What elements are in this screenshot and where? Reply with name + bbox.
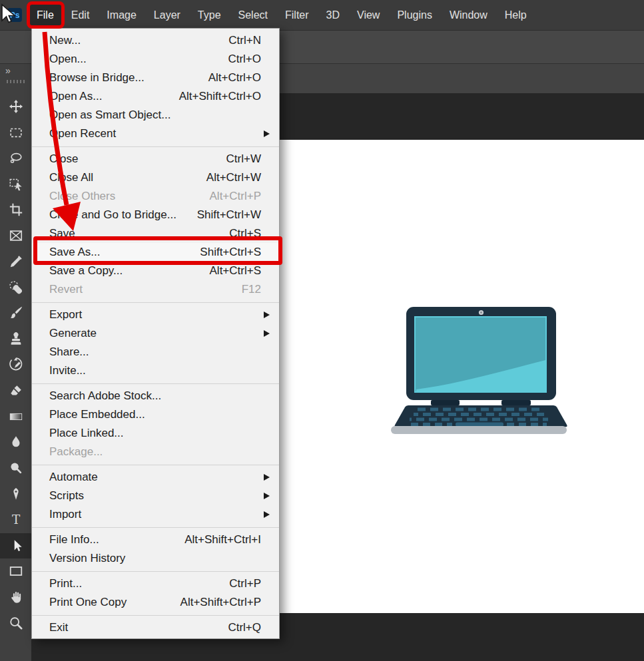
menubar-item-type[interactable]: Type (189, 5, 230, 26)
panel-drag-dots (7, 80, 25, 83)
menubar-item-file[interactable]: File (28, 5, 63, 26)
file-menu-item-generate[interactable]: Generate (32, 324, 279, 343)
tool-brush[interactable] (0, 300, 31, 326)
file-menu-item-open-as[interactable]: Open As...Alt+Shift+Ctrl+O (32, 87, 279, 106)
menubar-item-image[interactable]: Image (98, 5, 145, 26)
menubar-item-plugins[interactable]: Plugins (388, 5, 440, 26)
svg-text:T: T (11, 513, 20, 527)
menu-separator (32, 302, 279, 303)
blur-drop-icon (9, 435, 23, 449)
file-menu-item-browse-in-bridge[interactable]: Browse in Bridge...Alt+Ctrl+O (32, 69, 279, 87)
object-selection-icon (9, 176, 23, 191)
file-menu-item-scripts[interactable]: Scripts (32, 487, 279, 505)
file-menu-item-exit[interactable]: ExitCtrl+Q (32, 618, 279, 637)
file-menu-item-import[interactable]: Import (32, 505, 279, 524)
tool-clone-stamp[interactable] (0, 326, 31, 351)
file-menu-item-revert: RevertF12 (32, 280, 279, 299)
tools-panel: » T ••• (0, 64, 31, 661)
file-menu-item-invite[interactable]: Invite... (32, 361, 279, 380)
tool-blur[interactable] (0, 429, 31, 455)
submenu-arrow-icon (264, 493, 270, 499)
file-menu-item-version-history[interactable]: Version History (32, 549, 279, 568)
menubar-item-select[interactable]: Select (230, 5, 276, 26)
menubar-item-layer[interactable]: Layer (145, 5, 189, 26)
file-menu-item-export[interactable]: Export (32, 306, 279, 324)
file-menu-item-place-linked[interactable]: Place Linked... (32, 424, 279, 443)
tool-move[interactable] (0, 94, 31, 119)
gradient-icon (9, 409, 23, 424)
submenu-arrow-icon (264, 312, 270, 318)
tool-eraser[interactable] (0, 378, 31, 403)
submenu-arrow-icon (264, 130, 270, 137)
menu-separator (32, 146, 279, 147)
file-menu-item-open[interactable]: Open...Ctrl+O (32, 50, 279, 69)
file-menu-item-search-adobe-stock[interactable]: Search Adobe Stock... (32, 387, 279, 405)
tool-frame[interactable] (0, 223, 31, 248)
file-menu-item-print-one-copy[interactable]: Print One CopyAlt+Shift+Ctrl+P (32, 593, 279, 612)
tool-dodge[interactable] (0, 455, 31, 481)
move-icon (9, 99, 23, 114)
hand-icon (9, 590, 23, 604)
menu-separator (32, 465, 279, 465)
file-menu-item-close-and-go-to-bridge[interactable]: Close and Go to Bridge...Shift+Ctrl+W (32, 206, 279, 224)
menu-separator (32, 527, 279, 528)
photoshop-app: { "menubar": { "logo_text": "Ps", "items… (0, 0, 644, 661)
eyedropper-icon (9, 254, 23, 269)
tool-crop[interactable] (0, 197, 31, 222)
tool-eyedropper[interactable] (0, 249, 31, 274)
collapse-panel-button[interactable]: » (0, 65, 31, 77)
file-menu-item-print[interactable]: Print...Ctrl+P (32, 574, 279, 593)
eraser-icon (9, 383, 23, 398)
menu-separator (32, 615, 279, 616)
tool-path-selection[interactable] (0, 533, 31, 558)
file-menu-item-save[interactable]: SaveCtrl+S (32, 224, 279, 243)
tool-rectangular-marquee[interactable] (0, 120, 31, 145)
menubar-item-3d[interactable]: 3D (318, 5, 348, 26)
menu-separator (32, 383, 279, 384)
menubar-item-view[interactable]: View (348, 5, 388, 26)
file-menu-item-automate[interactable]: Automate (32, 468, 279, 487)
dodge-icon (9, 461, 23, 475)
submenu-arrow-icon (264, 474, 270, 481)
file-menu-item-share[interactable]: Share... (32, 343, 279, 361)
file-menu-item-save-a-copy[interactable]: Save a Copy...Alt+Ctrl+S (32, 262, 279, 280)
file-menu-item-open-recent[interactable]: Open Recent (32, 124, 279, 143)
clone-stamp-icon (9, 331, 23, 346)
history-brush-icon (9, 357, 23, 372)
menubar-item-help[interactable]: Help (496, 5, 535, 26)
tool-hand[interactable] (0, 584, 31, 610)
tool-object-selection[interactable] (0, 171, 31, 196)
tool-spot-healing-brush[interactable] (0, 275, 31, 300)
rectangle-icon (9, 564, 23, 578)
file-menu-item-new[interactable]: New...Ctrl+N (32, 31, 279, 50)
tool-gradient[interactable] (0, 404, 31, 429)
file-menu-item-open-as-smart-object[interactable]: Open as Smart Object... (32, 106, 279, 124)
file-menu-item-file-info[interactable]: File Info...Alt+Shift+Ctrl+I (32, 531, 279, 549)
file-menu-item-save-as[interactable]: Save As...Shift+Ctrl+S (32, 243, 279, 262)
file-menu-item-close-all[interactable]: Close AllAlt+Ctrl+W (32, 168, 279, 187)
submenu-arrow-icon (264, 330, 270, 337)
healing-brush-icon (9, 280, 23, 295)
file-menu-item-place-embedded[interactable]: Place Embedded... (32, 405, 279, 424)
pen-icon (9, 487, 23, 501)
file-menu-dropdown: New...Ctrl+N Open...Ctrl+O Browse in Bri… (31, 28, 280, 639)
laptop-illustration (390, 305, 569, 437)
zoom-icon (9, 616, 23, 630)
tool-history-brush[interactable] (0, 352, 31, 377)
photoshop-logo-icon: Ps (7, 8, 22, 22)
menubar-item-filter[interactable]: Filter (276, 5, 318, 26)
menubar-item-window[interactable]: Window (441, 5, 496, 26)
crop-icon (9, 202, 23, 217)
tool-pen[interactable] (0, 481, 31, 507)
marquee-icon (9, 125, 23, 140)
file-menu-item-close[interactable]: CloseCtrl+W (32, 150, 279, 168)
menubar: File Edit Image Layer Type Select Filter… (0, 0, 644, 30)
file-menu-item-package: Package... (32, 443, 279, 461)
menubar-item-edit[interactable]: Edit (63, 5, 99, 26)
frame-icon (9, 228, 23, 243)
tool-rectangle[interactable] (0, 558, 31, 584)
tool-zoom[interactable] (0, 610, 31, 636)
tool-lasso[interactable] (0, 146, 31, 171)
submenu-arrow-icon (264, 511, 270, 518)
tool-type[interactable]: T (0, 507, 31, 533)
